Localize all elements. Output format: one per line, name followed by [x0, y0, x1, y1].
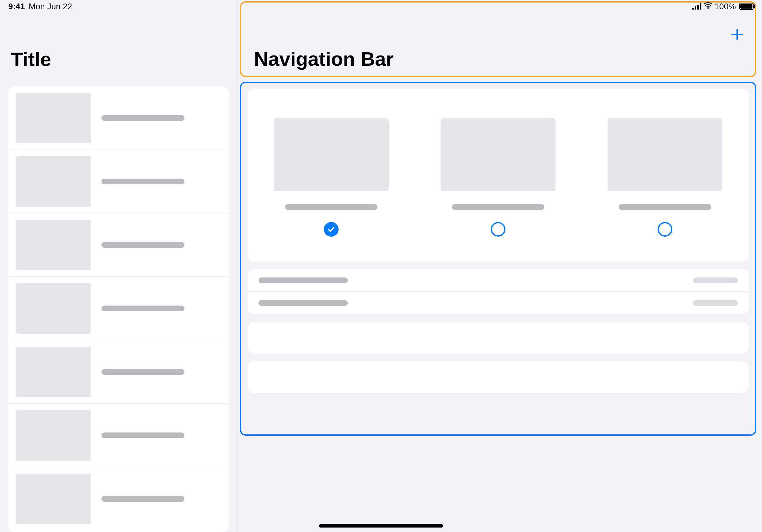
text-placeholder: [102, 305, 185, 311]
info-row[interactable]: [248, 292, 749, 314]
list-item[interactable]: [8, 277, 229, 340]
info-label: [259, 300, 348, 306]
battery-icon: [739, 3, 754, 10]
status-time: 9:41: [8, 2, 25, 12]
empty-card[interactable]: [248, 362, 749, 393]
thumbnail-placeholder: [16, 347, 91, 397]
radio-unselected-icon[interactable]: [658, 222, 672, 237]
checkmark-icon: [327, 225, 336, 233]
wifi-icon: [703, 2, 713, 12]
text-placeholder: [102, 369, 185, 375]
plus-icon: [731, 28, 743, 41]
status-right: 100%: [692, 2, 754, 12]
status-date: Mon Jun 22: [29, 2, 72, 12]
list-item[interactable]: [8, 150, 229, 213]
option-tile[interactable]: [274, 118, 389, 237]
radio-unselected-icon[interactable]: [491, 222, 505, 237]
thumbnail-placeholder: [16, 410, 91, 461]
text-placeholder: [102, 496, 185, 502]
thumbnail-placeholder: [16, 93, 91, 143]
option-tile[interactable]: [608, 118, 723, 237]
thumbnail-placeholder: [16, 283, 91, 334]
detail-pane: Navigation Bar: [237, 0, 762, 532]
thumbnail-placeholder: [16, 156, 91, 207]
thumbnail-placeholder: [441, 118, 556, 191]
sidebar-title: Title: [0, 0, 237, 87]
sidebar-list[interactable]: [8, 87, 229, 532]
list-item[interactable]: [8, 467, 229, 530]
thumbnail-placeholder: [608, 118, 723, 191]
info-label: [259, 278, 348, 283]
thumbnail-placeholder: [16, 474, 91, 524]
radio-selected-icon[interactable]: [324, 222, 339, 237]
battery-percent: 100%: [715, 2, 736, 12]
text-placeholder: [619, 204, 711, 210]
text-placeholder: [102, 432, 185, 438]
home-indicator[interactable]: [319, 524, 443, 528]
text-placeholder: [452, 204, 544, 210]
text-placeholder: [102, 115, 185, 121]
sidebar: Title: [0, 0, 237, 532]
navigation-bar-title: Navigation Bar: [254, 47, 394, 70]
text-placeholder: [285, 204, 377, 210]
info-value: [693, 300, 738, 306]
status-left: 9:41 Mon Jun 22: [8, 2, 72, 12]
add-button[interactable]: [731, 28, 743, 41]
thumbnail-placeholder: [16, 220, 91, 270]
thumbnail-placeholder: [274, 118, 389, 191]
list-item[interactable]: [8, 213, 229, 277]
info-card: [248, 269, 749, 314]
option-tile[interactable]: [441, 118, 556, 237]
list-item[interactable]: [8, 340, 229, 404]
list-item[interactable]: [8, 404, 229, 467]
cellular-signal-icon: [692, 3, 701, 10]
options-card: [248, 89, 749, 262]
content-region[interactable]: [240, 82, 756, 436]
info-value: [693, 278, 738, 283]
status-bar: 9:41 Mon Jun 22 100%: [0, 0, 762, 13]
list-item[interactable]: [8, 87, 229, 150]
info-row[interactable]: [248, 269, 749, 292]
empty-card[interactable]: [248, 322, 749, 354]
text-placeholder: [102, 242, 185, 248]
text-placeholder: [102, 179, 185, 184]
